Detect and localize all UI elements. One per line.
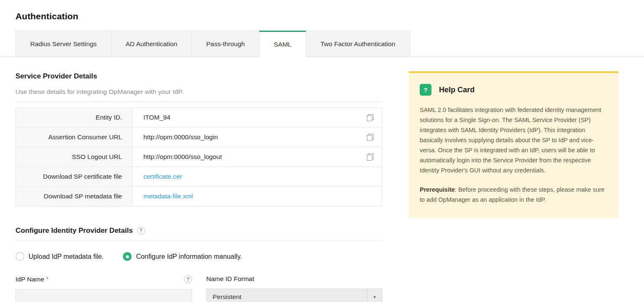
assertion-consumer-url-value: http://opm:0000/sso_login: [143, 133, 218, 141]
configure-idp-title-text: Configure Identity Provider Details: [16, 226, 133, 235]
tab-pass-through[interactable]: Pass-through: [192, 31, 259, 57]
tab-radius-server-settings[interactable]: Radius Server Settings: [16, 31, 111, 57]
copy-icon[interactable]: [367, 134, 374, 141]
help-icon[interactable]: ?: [137, 227, 145, 235]
entity-id-label: Entity ID.: [16, 108, 132, 127]
divider: [16, 241, 382, 241]
assertion-consumer-url-label: Assertion Consumer URL: [16, 128, 132, 147]
sp-certificate-label: Download SP certificate file: [16, 167, 132, 186]
tab-saml[interactable]: SAML: [259, 31, 306, 57]
chevron-down-icon[interactable]: ▾: [367, 289, 382, 302]
sp-details-subtitle: Use these details for integrating OpMana…: [16, 88, 382, 96]
certificate-download-link[interactable]: certificate.cer: [143, 173, 182, 180]
tab-ad-authentication[interactable]: AD Authentication: [111, 31, 192, 57]
service-provider-table: Entity ID. ITOM_94 Assertion Consumer UR…: [16, 107, 382, 206]
name-id-format-select[interactable]: Persistent ▾: [206, 289, 382, 302]
upload-idp-metadata-option[interactable]: Upload IdP metadata file.: [16, 252, 104, 261]
tab-bar: Radius Server Settings AD Authentication…: [0, 31, 644, 57]
sso-logout-url-label: SSO Logout URL: [16, 147, 132, 167]
table-row-sp-metadata: Download SP metadata file metadata-file.…: [16, 187, 382, 206]
idp-name-label: IdP Name*: [16, 276, 48, 283]
tab-label: AD Authentication: [126, 40, 177, 48]
help-card-body: SAML 2.0 facilitates integration with fe…: [420, 105, 608, 175]
idp-form: IdP Name* ? Name ID Format Persistent ▾: [16, 275, 382, 302]
help-card-prerequisite: Prerequisite: Before proceeding with the…: [420, 185, 608, 205]
tab-label: Pass-through: [206, 40, 245, 48]
table-row-entity-id: Entity ID. ITOM_94: [16, 108, 382, 128]
table-row-sso-logout-url: SSO Logout URL http://opm:0000/sso_logou…: [16, 147, 382, 167]
upload-idp-metadata-label: Upload IdP metadata file.: [29, 253, 104, 260]
name-id-format-label: Name ID Format: [206, 275, 254, 283]
help-icon[interactable]: ?: [184, 275, 192, 283]
table-row-assertion-consumer-url: Assertion Consumer URL http://opm:0000/s…: [16, 128, 382, 147]
divider: [16, 102, 382, 102]
radio-selected-icon[interactable]: [123, 252, 132, 261]
copy-icon[interactable]: [367, 114, 374, 121]
help-card: ? Help Card SAML 2.0 facilitates integra…: [409, 71, 618, 218]
help-card-icon: ?: [420, 84, 431, 96]
configure-idp-title: Configure Identity Provider Details ?: [16, 226, 382, 235]
required-marker: *: [46, 276, 48, 282]
tab-two-factor-authentication[interactable]: Two Factor Authentication: [306, 31, 410, 57]
tab-label: Two Factor Authentication: [320, 40, 395, 48]
prerequisite-label: Prerequisite: [420, 186, 455, 193]
sp-details-title: Service Provider Details: [16, 72, 382, 81]
sp-details-title-text: Service Provider Details: [16, 72, 97, 81]
radio-unselected-icon[interactable]: [16, 252, 24, 261]
entity-id-value: ITOM_94: [143, 114, 170, 121]
tab-label: Radius Server Settings: [30, 40, 97, 48]
idp-name-input[interactable]: [16, 289, 192, 302]
name-id-format-value: Persistent: [207, 293, 242, 301]
main-panel: Service Provider Details Use these detai…: [16, 57, 382, 302]
table-row-sp-certificate: Download SP certificate file certificate…: [16, 167, 382, 187]
configure-idp-manually-label: Configure IdP information manually.: [136, 253, 242, 260]
configure-idp-manually-option[interactable]: Configure IdP information manually.: [123, 252, 242, 261]
copy-icon[interactable]: [367, 154, 374, 161]
sso-logout-url-value: http://opm:0000/sso_logout: [143, 153, 222, 161]
page-title: Authentication: [0, 0, 644, 21]
metadata-download-link[interactable]: metadata-file.xml: [143, 193, 193, 200]
tab-label: SAML: [274, 41, 291, 48]
help-card-title: Help Card: [439, 86, 475, 94]
idp-mode-radio-group: Upload IdP metadata file. Configure IdP …: [16, 252, 382, 261]
sp-metadata-label: Download SP metadata file: [16, 187, 132, 206]
